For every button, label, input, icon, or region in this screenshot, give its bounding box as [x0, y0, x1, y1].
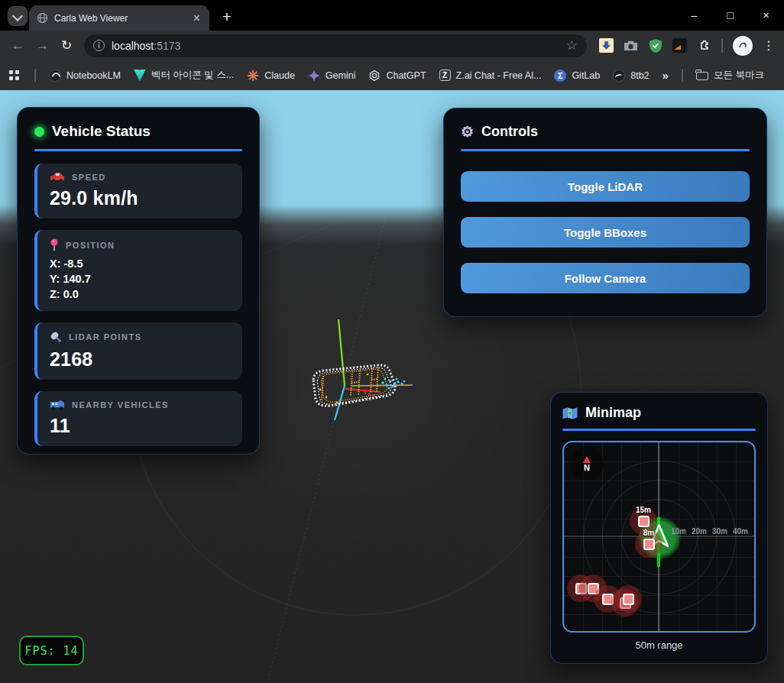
- bookmarks-overflow-icon[interactable]: »: [663, 69, 669, 82]
- apps-grid-icon[interactable]: [9, 70, 20, 81]
- bookmark-notebooklm[interactable]: NotebookLM: [49, 70, 121, 82]
- bookmarks-separator: [34, 69, 36, 83]
- browser-toolbar: ← → ↻ i localhost:5173 ☆ ⋮: [0, 31, 784, 60]
- vehicle-distance-label: 15m: [636, 506, 651, 514]
- position-card: POSITION X: -8.5 Y: 140.7 Z: 0.0: [34, 230, 242, 311]
- panel-divider: [562, 429, 756, 431]
- all-bookmarks-label: 모든 북마크: [714, 69, 764, 82]
- controls-panel: ⚙ Controls Toggle LiDAR Toggle BBoxes Fo…: [443, 108, 767, 317]
- bookmark-star-icon[interactable]: ☆: [566, 37, 578, 53]
- bookmark-vector-icons[interactable]: 벡터 아이콘 및 스...: [134, 69, 234, 82]
- chatgpt-knot-icon: [368, 70, 381, 82]
- back-icon[interactable]: ←: [6, 34, 29, 57]
- site-info-icon[interactable]: i: [93, 40, 105, 51]
- bookmark-label: Claude: [264, 70, 295, 81]
- satellite-dish-icon: [50, 331, 62, 343]
- minimap-title: Minimap: [585, 405, 641, 421]
- toolbar-separator: [721, 39, 723, 53]
- bookmark-8tb2[interactable]: 8tb2: [613, 70, 649, 82]
- vehicle-marker: [638, 516, 650, 527]
- browser-tab[interactable]: Carla Web Viewer ×: [29, 5, 209, 31]
- tab-close-icon[interactable]: ×: [192, 12, 202, 24]
- minimap-range-label: 50m range: [562, 639, 756, 651]
- shield-extension-icon[interactable]: [648, 38, 663, 53]
- bookmark-gemini[interactable]: Gemini: [308, 70, 356, 82]
- bookmark-claude[interactable]: Claude: [247, 70, 295, 82]
- toggle-lidar-button[interactable]: Toggle LiDAR: [461, 171, 750, 202]
- compass-north-label: N: [584, 464, 590, 472]
- position-z: Z: 0.0: [50, 286, 230, 302]
- follow-camera-button[interactable]: Follow Camera: [461, 263, 750, 293]
- bookmark-label: NotebookLM: [66, 70, 121, 81]
- bookmark-label: 벡터 아이콘 및 스...: [151, 69, 234, 82]
- lidar-points-label: LIDAR POINTS: [69, 332, 142, 342]
- new-tab-button[interactable]: +: [215, 6, 238, 28]
- bookmark-chatgpt[interactable]: ChatGPT: [368, 70, 426, 82]
- reload-icon[interactable]: ↻: [55, 34, 78, 57]
- compass-north-arrow-icon: [583, 456, 591, 463]
- bookmark-label: ChatGPT: [386, 70, 426, 81]
- speed-label: SPEED: [72, 173, 106, 182]
- panel-divider: [461, 149, 750, 151]
- ring-distance-label: 20m: [692, 527, 707, 536]
- bookmarks-bar: NotebookLM 벡터 아이콘 및 스... Claude Gemini C…: [0, 60, 784, 90]
- vehicle-marker: [623, 594, 634, 605]
- extension-row: ⋮: [594, 36, 778, 56]
- map-icon: [562, 407, 578, 419]
- panel-divider: [34, 149, 242, 151]
- tab-strip: Carla Web Viewer × + – □ ×: [0, 0, 784, 31]
- position-label: POSITION: [66, 241, 115, 250]
- lidar-vehicle-pointcloud: [293, 306, 426, 432]
- dark-extension-icon[interactable]: [672, 38, 687, 53]
- bookmark-label: Z.ai Chat - Free Al...: [456, 70, 542, 81]
- claude-starburst-icon: [247, 70, 259, 82]
- nearby-vehicles-value: 11: [50, 415, 230, 437]
- address-bar[interactable]: i localhost:5173 ☆: [84, 34, 587, 57]
- toggle-bboxes-button[interactable]: Toggle BBoxes: [461, 217, 750, 248]
- bookmark-gitlab[interactable]: Σ GitLab: [554, 70, 600, 82]
- url-host: localhost: [112, 40, 154, 52]
- maximize-button[interactable]: □: [712, 0, 748, 31]
- camera-extension-icon[interactable]: [624, 38, 638, 53]
- url-port: :5173: [154, 40, 180, 52]
- tab-search-button[interactable]: [8, 6, 28, 26]
- bookmark-label: GitLab: [572, 70, 600, 81]
- all-bookmarks-button[interactable]: 모든 북마크: [696, 69, 764, 82]
- tab-title: Carla Web Viewer: [54, 13, 186, 24]
- bookmark-label: 8tb2: [630, 70, 649, 81]
- status-green-dot-icon: [34, 127, 44, 137]
- notebooklm-icon: [49, 70, 61, 82]
- carla-3d-viewport[interactable]: Vehicle Status SPEED 29.0 km/h POSITION …: [0, 90, 784, 683]
- extensions-puzzle-icon[interactable]: [697, 38, 711, 53]
- controls-title: Controls: [481, 124, 538, 140]
- download-arrow-extension-icon[interactable]: [599, 38, 614, 53]
- bookmark-zai[interactable]: Z Z.ai Chat - Free Al...: [439, 70, 542, 81]
- close-button[interactable]: ×: [748, 0, 784, 31]
- tab-favicon-globe-icon: [37, 12, 48, 24]
- profile-avatar[interactable]: [733, 36, 753, 56]
- folder-icon: [696, 72, 708, 80]
- minimap-canvas: N 10m20m30m40m15m8m: [562, 441, 756, 633]
- browser-menu-icon[interactable]: ⋮: [763, 38, 773, 53]
- gemini-star-icon: [308, 70, 320, 82]
- gear-icon: ⚙: [461, 125, 474, 139]
- vehicle-status-title: Vehicle Status: [52, 123, 151, 140]
- car-icon: [50, 172, 65, 182]
- window-controls: – □ ×: [676, 0, 784, 31]
- bookmark-label: Gemini: [326, 70, 356, 81]
- ring-distance-label: 30m: [712, 527, 727, 536]
- ring-distance-label: 40m: [733, 527, 748, 536]
- gitlab-sigma-icon: Σ: [554, 70, 566, 82]
- fps-badge: FPS: 14: [19, 636, 84, 665]
- nearby-vehicles-card: NEARBY VEHICLES 11: [34, 391, 242, 446]
- ring-distance-label: 10m: [671, 527, 686, 536]
- minimap-panel: Minimap N 10m20m30m40m15m8m 50m range: [550, 392, 768, 664]
- vehicle-status-panel: Vehicle Status SPEED 29.0 km/h POSITION …: [17, 107, 260, 455]
- position-x: X: -8.5: [50, 256, 230, 271]
- minimize-button[interactable]: –: [676, 0, 712, 31]
- globe-icon: [613, 70, 625, 82]
- vehicle-marker: [643, 539, 655, 550]
- forward-icon[interactable]: →: [31, 34, 53, 57]
- nearby-vehicles-label: NEARBY VEHICLES: [72, 400, 169, 409]
- zai-icon: Z: [439, 70, 451, 81]
